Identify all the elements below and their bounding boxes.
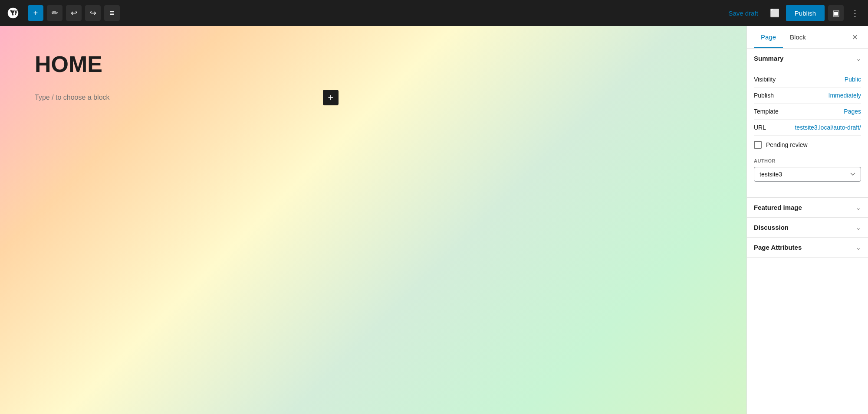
summary-title: Summary — [754, 55, 783, 62]
more-menu-button[interactable]: ⋮ — [847, 5, 863, 21]
editor-area[interactable]: HOME Type / to choose a block + — [0, 26, 746, 414]
publish-label: Publish — [754, 92, 774, 99]
discussion-title: Discussion — [754, 224, 789, 231]
summary-content: Visibility Public Publish Immediately Te… — [747, 68, 868, 197]
add-block-inline-button[interactable]: + — [323, 90, 339, 105]
template-row: Template Pages — [754, 104, 861, 119]
discussion-section: Discussion ⌄ — [747, 218, 868, 238]
page-attributes-section: Page Attributes ⌄ — [747, 238, 868, 258]
tab-block[interactable]: Block — [783, 27, 813, 48]
wp-logo — [5, 5, 21, 21]
save-draft-button[interactable]: Save draft — [723, 7, 763, 20]
featured-image-chevron-icon: ⌄ — [856, 204, 861, 211]
sidebar: Page Block × Summary ⌃ Visibility Public… — [746, 26, 868, 414]
visibility-value[interactable]: Public — [845, 76, 861, 83]
more-icon: ⋮ — [851, 8, 859, 18]
undo-button[interactable]: ↩ — [66, 5, 82, 21]
redo-icon: ↪ — [90, 8, 96, 18]
page-attributes-title: Page Attributes — [754, 244, 802, 251]
sidebar-icon: ▣ — [832, 8, 840, 18]
pen-icon: ✏ — [52, 8, 58, 18]
plus-icon: + — [33, 9, 38, 18]
list-view-button[interactable]: ≡ — [104, 5, 120, 21]
placeholder-text: Type / to choose a block — [35, 94, 110, 101]
add-block-toolbar-button[interactable]: + — [28, 5, 43, 21]
url-row: URL testsite3.local/auto-draft/ — [754, 120, 861, 135]
pending-review-row: Pending review — [754, 136, 861, 154]
visibility-label: Visibility — [754, 76, 776, 83]
discussion-header[interactable]: Discussion ⌄ — [747, 218, 868, 237]
plus-inline-icon: + — [328, 92, 334, 103]
main-layout: HOME Type / to choose a block + Page Blo… — [0, 26, 868, 414]
url-label: URL — [754, 124, 766, 131]
author-select[interactable]: testsite3 — [754, 167, 861, 182]
author-label: AUTHOR — [754, 158, 861, 163]
publish-value[interactable]: Immediately — [829, 92, 861, 99]
featured-image-header[interactable]: Featured image ⌄ — [747, 198, 868, 217]
toolbar: + ✏ ↩ ↪ ≡ Save draft ⬜ Publish ▣ ⋮ — [0, 0, 868, 26]
pending-review-checkbox[interactable] — [754, 141, 762, 149]
url-value[interactable]: testsite3.local/auto-draft/ — [795, 124, 861, 131]
list-icon: ≡ — [110, 9, 115, 18]
page-title[interactable]: HOME — [35, 52, 102, 77]
sidebar-tabs: Page Block × — [747, 26, 868, 49]
sidebar-close-button[interactable]: × — [849, 31, 861, 43]
visibility-row: Visibility Public — [754, 72, 861, 87]
close-icon: × — [852, 32, 858, 43]
summary-section: Summary ⌃ Visibility Public Publish Imme… — [747, 49, 868, 198]
featured-image-title: Featured image — [754, 204, 802, 211]
template-label: Template — [754, 108, 779, 115]
publish-button[interactable]: Publish — [786, 5, 825, 21]
block-placeholder: Type / to choose a block + — [35, 90, 339, 105]
undo-icon: ↩ — [71, 8, 77, 18]
author-section: AUTHOR testsite3 — [754, 154, 861, 189]
page-attributes-header[interactable]: Page Attributes ⌄ — [747, 238, 868, 257]
edit-tool-button[interactable]: ✏ — [47, 5, 62, 21]
summary-section-header[interactable]: Summary ⌃ — [747, 49, 868, 68]
template-value[interactable]: Pages — [844, 108, 861, 115]
tab-page[interactable]: Page — [754, 27, 783, 48]
summary-chevron-icon: ⌃ — [856, 55, 861, 62]
redo-button[interactable]: ↪ — [85, 5, 101, 21]
preview-button[interactable]: ⬜ — [767, 5, 783, 21]
preview-icon: ⬜ — [770, 8, 779, 18]
discussion-chevron-icon: ⌄ — [856, 224, 861, 231]
featured-image-section: Featured image ⌄ — [747, 198, 868, 218]
sidebar-toggle-button[interactable]: ▣ — [828, 5, 844, 21]
pending-review-label: Pending review — [766, 141, 808, 148]
publish-row: Publish Immediately — [754, 88, 861, 103]
page-attributes-chevron-icon: ⌄ — [856, 244, 861, 251]
